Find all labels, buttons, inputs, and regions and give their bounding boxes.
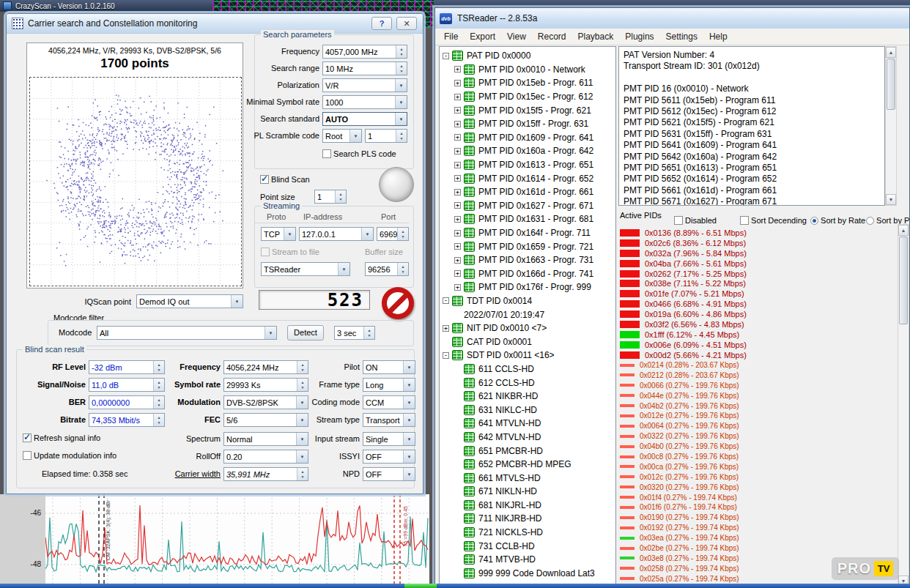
- spectrum-select[interactable]: Normal: [223, 432, 308, 446]
- dropdown-arrow-icon[interactable]: [395, 79, 407, 92]
- tree-item[interactable]: +PMT PID 0x15f5 - Progr. 621: [440, 103, 615, 117]
- sort-descending-checkbox[interactable]: Sort Decending: [740, 216, 807, 225]
- active-pid-row[interactable]: 0x04ba (7.66% - 5.61 Mbps): [620, 258, 897, 269]
- tree-item[interactable]: +PMT PID 0x176f - Progr. 999: [440, 280, 615, 294]
- rf-level-spinner[interactable]: -32 dBm: [89, 360, 165, 374]
- dropdown-arrow-icon[interactable]: [361, 228, 373, 240]
- detect-interval-spinner[interactable]: 3 sec: [334, 326, 375, 340]
- tree-item[interactable]: +PMT PID 0x160a - Progr. 642: [440, 144, 615, 158]
- dropdown-arrow-icon[interactable]: [349, 130, 361, 142]
- input-stream-select[interactable]: Single: [363, 432, 415, 446]
- dropdown-arrow-icon[interactable]: [403, 433, 415, 445]
- dropdown-arrow-icon[interactable]: [231, 295, 243, 308]
- pl-scramble-code-spinner[interactable]: 1: [365, 129, 407, 143]
- scrollbar-thumb[interactable]: [887, 59, 895, 110]
- checkbox-icon[interactable]: [23, 451, 32, 460]
- refresh-signal-checkbox[interactable]: Refresh signal info: [23, 433, 100, 442]
- expand-icon[interactable]: +: [454, 189, 461, 196]
- tsreader-titlebar[interactable]: dvb TSReader -- 2.8.53a: [435, 8, 909, 29]
- active-pid-row[interactable]: 0x0192 (0.27% - 199.74 Kbps): [620, 523, 897, 533]
- help-button[interactable]: ?: [371, 17, 392, 30]
- fec-select[interactable]: 5/6: [223, 413, 308, 427]
- expand-icon[interactable]: +: [454, 175, 461, 182]
- active-pid-row[interactable]: 0x0320 (0.27% - 199.76 Kbps): [620, 482, 897, 492]
- menu-settings[interactable]: Settings: [660, 31, 703, 42]
- tree-item[interactable]: +PMT PID 0x1614 - Progr. 652: [440, 171, 615, 185]
- active-pid-row[interactable]: 0x0322 (0.27% - 199.76 Kbps): [620, 431, 897, 442]
- tree-item[interactable]: 711 NIKJRB-HD: [440, 512, 615, 526]
- tree-item[interactable]: 611 CCLS-HD: [440, 362, 615, 376]
- expand-icon[interactable]: +: [454, 284, 461, 291]
- tree-item[interactable]: 999 999 Code Download Lat3: [440, 567, 615, 581]
- dialog-titlebar[interactable]: Carrier search and Constellation monitor…: [7, 14, 423, 34]
- active-pid-row[interactable]: 0x02c6 (8.36% - 6.12 Mbps): [620, 238, 897, 248]
- tree-item[interactable]: -SDT PID 0x0011 <16>: [440, 349, 615, 362]
- tree-item[interactable]: 621 NIKBR-HD: [440, 390, 615, 403]
- menu-plugins[interactable]: Plugins: [619, 31, 659, 42]
- close-button[interactable]: ✕: [396, 17, 417, 30]
- tree-item[interactable]: -TDT PID 0x0014: [440, 294, 615, 308]
- expand-icon[interactable]: +: [454, 257, 461, 264]
- spinner-buttons[interactable]: [396, 62, 407, 75]
- detect-button[interactable]: Detect: [287, 325, 324, 340]
- expand-icon[interactable]: +: [454, 66, 461, 72]
- tree-item[interactable]: +PMT PID 0x1613 - Progr. 651: [440, 158, 615, 172]
- active-pid-row[interactable]: 0x0214 (0.28% - 203.67 Kbps): [620, 360, 897, 371]
- tree-item[interactable]: 671 NIKLN-HD: [440, 485, 615, 499]
- tree-item[interactable]: 731 CCLB-HD: [440, 539, 615, 553]
- tree-item[interactable]: +NIT PID 0x0010 <7>: [440, 321, 615, 335]
- checkbox-icon[interactable]: [674, 216, 683, 225]
- snr-spinner[interactable]: 11,0 dB: [89, 378, 165, 392]
- checkbox-icon[interactable]: [23, 433, 32, 442]
- tree-item[interactable]: +PMT PID 0x164f - Progr. 711: [440, 226, 615, 240]
- frequency-spinner[interactable]: 4057,000 MHz: [322, 45, 407, 59]
- search-standard-select[interactable]: AUTO: [322, 112, 407, 126]
- dropdown-arrow-icon[interactable]: [338, 263, 349, 275]
- npd-select[interactable]: OFF: [363, 467, 415, 481]
- active-pid-row[interactable]: 0x0190 (0.27% - 199.74 Kbps): [620, 513, 897, 523]
- buffer-size-spinner[interactable]: 96256: [365, 262, 409, 276]
- search-pls-checkbox[interactable]: Search PLS code: [322, 149, 396, 158]
- tree-item[interactable]: +PMT PID 0x1609 - Progr. 641: [440, 131, 615, 145]
- expand-icon[interactable]: +: [454, 121, 461, 127]
- tree-item[interactable]: +PMT PID 0x1627 - Progr. 671: [440, 199, 615, 213]
- modulation-select[interactable]: DVB-S2/8PSK: [223, 395, 308, 409]
- tree-item[interactable]: 661 MTVLS-HD: [440, 471, 615, 485]
- disabled-checkbox[interactable]: Disabled: [674, 216, 717, 225]
- modcode-select[interactable]: All: [97, 326, 277, 340]
- tree-item[interactable]: 642 MTVLN-HD: [440, 431, 615, 444]
- scroll-down-icon[interactable]: ▼: [886, 194, 896, 205]
- radio-icon[interactable]: [810, 217, 818, 225]
- dropdown-arrow-icon[interactable]: [395, 96, 407, 108]
- tree-item[interactable]: 612 CCLS-HD: [440, 376, 615, 390]
- tree-item[interactable]: +PMT PID 0x1659 - Progr. 721: [440, 239, 615, 253]
- checkbox-icon[interactable]: [740, 216, 749, 225]
- menu-record[interactable]: Record: [532, 31, 572, 42]
- collapse-icon[interactable]: -: [443, 352, 449, 359]
- taskbar-edge[interactable]: [0, 584, 910, 588]
- expand-icon[interactable]: +: [454, 107, 461, 113]
- spinner-buttons[interactable]: [363, 327, 374, 339]
- coding-mode-select[interactable]: CCM: [363, 395, 415, 409]
- carrier-width-spinner[interactable]: 35,991 MHz: [223, 467, 308, 481]
- pl-scramble-mode-select[interactable]: Root: [322, 129, 362, 143]
- stream-target-select[interactable]: TSReader: [261, 262, 350, 276]
- expand-icon[interactable]: +: [454, 162, 461, 168]
- active-pid-row[interactable]: 0x012e (0.27% - 199.76 Kbps): [620, 411, 897, 421]
- frame-type-select[interactable]: Long: [363, 378, 415, 392]
- active-pid-row[interactable]: 0x006e (6.09% - 4.51 Mbps): [620, 340, 897, 350]
- scroll-up-icon[interactable]: ▲: [898, 225, 909, 236]
- pid-list-scrollbar[interactable]: ▲ ▼: [898, 224, 909, 587]
- active-pid-row[interactable]: 0x01f6 (0.27% - 199.74 Kbps): [620, 502, 897, 513]
- info-scrollbar[interactable]: ▲ ▼: [885, 46, 897, 206]
- active-pid-row[interactable]: 0x1fff (6.12% - 4.45 Mbps): [620, 330, 897, 340]
- blind-scan-checkbox[interactable]: Blind Scan: [260, 175, 310, 184]
- expand-icon[interactable]: +: [443, 325, 449, 332]
- tree-item[interactable]: -PAT PID 0x0000: [440, 49, 615, 63]
- active-pid-row[interactable]: 0x0064 (0.27% - 199.76 Kbps): [620, 421, 897, 431]
- tree-item[interactable]: 651 PMCBR-HD: [440, 444, 615, 458]
- dropdown-arrow-icon[interactable]: [265, 327, 276, 339]
- rolloff-select[interactable]: 0.20: [223, 450, 308, 464]
- expand-icon[interactable]: +: [454, 216, 461, 223]
- active-pid-row[interactable]: 0x0212 (0.28% - 203.67 Kbps): [620, 370, 897, 380]
